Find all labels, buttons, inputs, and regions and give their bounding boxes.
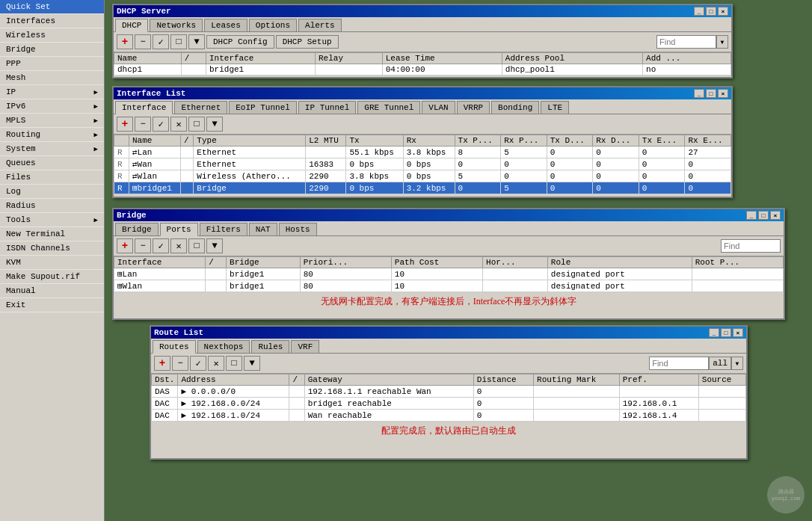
tab-nexthops[interactable]: Nexthops <box>197 340 250 353</box>
col-dst[interactable]: Dst. <box>152 374 178 386</box>
sidebar-item-log[interactable]: Log <box>0 185 104 199</box>
dhcp-find-dropdown[interactable]: ▼ <box>716 35 728 49</box>
dhcp-edit-button[interactable]: ✓ <box>153 34 169 49</box>
sidebar-item-manual[interactable]: Manual <box>0 284 104 298</box>
sidebar-item-quickset[interactable]: Quick Set <box>0 0 104 14</box>
tab-hosts[interactable]: Hosts <box>279 223 317 235</box>
col-rxp[interactable]: Rx P... <box>501 135 547 147</box>
col-role[interactable]: Role <box>547 257 692 268</box>
col-txp[interactable]: Tx P... <box>455 135 501 147</box>
minimize-button[interactable]: _ <box>709 328 719 337</box>
route-edit-button[interactable]: ✓ <box>190 356 206 371</box>
dhcp-filter-button[interactable]: ▼ <box>188 34 205 49</box>
col-pref[interactable]: Pref. <box>619 374 698 386</box>
tab-filters[interactable]: Filters <box>200 223 247 235</box>
col-add[interactable]: Add ... <box>643 53 731 64</box>
tab-alerts[interactable]: Alerts <box>298 19 342 31</box>
col-routing-mark[interactable]: Routing Mark <box>534 374 620 386</box>
sidebar-item-mesh[interactable]: Mesh <box>0 71 104 85</box>
sidebar-item-new-terminal[interactable]: New Terminal <box>0 227 104 241</box>
col-distance[interactable]: Distance <box>473 374 533 386</box>
close-button[interactable]: × <box>718 89 728 98</box>
col-tx[interactable]: Tx <box>346 135 403 147</box>
dhcp-titlebar[interactable]: DHCP Server _ □ × <box>114 5 731 17</box>
bridge-edit-button[interactable]: ✓ <box>153 238 169 253</box>
col-txd[interactable]: Tx D... <box>547 135 593 147</box>
col-rxe[interactable]: Rx E... <box>685 135 731 147</box>
sidebar-item-ppp[interactable]: PPP <box>0 57 104 71</box>
table-row[interactable]: ⊞Lan bridge1 80 10 designated port <box>114 268 784 280</box>
minimize-button[interactable]: _ <box>694 7 704 16</box>
sidebar-item-queues[interactable]: Queues <box>0 156 104 170</box>
route-remove-button[interactable]: − <box>172 356 188 371</box>
sidebar-item-bridge[interactable]: Bridge <box>0 43 104 57</box>
col-rx[interactable]: Rx <box>403 135 455 147</box>
tab-lte[interactable]: LTE <box>541 101 569 114</box>
interface-edit-button[interactable]: ✓ <box>153 117 169 132</box>
tab-interface[interactable]: Interface <box>115 101 173 114</box>
col-interface[interactable]: Interface <box>206 53 315 64</box>
maximize-button[interactable]: □ <box>706 89 716 98</box>
table-row[interactable]: R ⊞bridge1 Bridge 2290 0 bps 3.2 kbps 0 … <box>114 182 731 194</box>
dhcp-remove-button[interactable]: − <box>135 34 151 49</box>
col-address[interactable]: Address <box>178 374 289 386</box>
col-type[interactable]: Type <box>194 135 306 147</box>
tab-gre-tunnel[interactable]: GRE Tunnel <box>357 101 420 114</box>
table-row[interactable]: DAC ▶ 192.168.1.0/24 Wan reachable 0 192… <box>152 410 746 422</box>
tab-networks[interactable]: Networks <box>150 19 203 31</box>
close-button[interactable]: × <box>770 211 781 220</box>
sidebar-item-isdn-channels[interactable]: ISDN Channels <box>0 241 104 256</box>
sidebar-item-ipv6[interactable]: IPv6 ▶ <box>0 99 104 114</box>
interface-filter-button[interactable]: ▼ <box>206 117 223 132</box>
tab-options[interactable]: Options <box>249 19 297 31</box>
interface-remove-button[interactable]: − <box>135 117 151 132</box>
route-all-dropdown[interactable]: ▼ <box>731 357 743 370</box>
interface-titlebar[interactable]: Interface List _ □ × <box>114 87 731 99</box>
sidebar-item-wireless[interactable]: Wireless <box>0 28 104 43</box>
col-gateway[interactable]: Gateway <box>304 374 473 386</box>
table-row[interactable]: R ⇄Lan Ethernet 55.1 kbps 3.8 kbps 8 5 0… <box>114 147 731 158</box>
sidebar-item-files[interactable]: Files <box>0 170 104 185</box>
col-l2mtu[interactable]: L2 MTU <box>306 135 346 147</box>
sidebar-item-routing[interactable]: Routing ▶ <box>0 128 104 142</box>
tab-bridge[interactable]: Bridge <box>115 223 159 235</box>
route-add-button[interactable]: + <box>154 356 170 371</box>
col-path-cost[interactable]: Path Cost <box>391 257 482 268</box>
col-address-pool[interactable]: Address Pool <box>502 53 642 64</box>
sidebar-item-kvm[interactable]: KVM <box>0 256 104 270</box>
route-copy-button[interactable]: □ <box>226 356 242 371</box>
interface-copy-button[interactable]: □ <box>188 117 205 132</box>
maximize-button[interactable]: □ <box>721 328 731 337</box>
col-rxd[interactable]: Rx D... <box>593 135 639 147</box>
route-delete-button[interactable]: ✕ <box>208 356 224 371</box>
sidebar-item-exit[interactable]: Exit <box>0 298 104 312</box>
col-bridge[interactable]: Bridge <box>227 257 301 268</box>
sidebar-item-tools[interactable]: Tools ▶ <box>0 213 104 227</box>
sidebar-item-make-supout[interactable]: Make Supout.rif <box>0 270 104 284</box>
sidebar-item-ip[interactable]: IP ▶ <box>0 85 104 99</box>
tab-leases[interactable]: Leases <box>204 19 247 31</box>
tab-routes[interactable]: Routes <box>153 340 196 354</box>
bridge-add-button[interactable]: + <box>117 238 133 253</box>
route-titlebar[interactable]: Route List _ □ × <box>151 327 746 339</box>
close-button[interactable]: × <box>718 7 728 16</box>
minimize-button[interactable]: _ <box>746 211 757 220</box>
dhcp-find-input[interactable] <box>656 35 716 49</box>
col-root-p[interactable]: Root P... <box>692 257 783 268</box>
dhcp-copy-button[interactable]: □ <box>170 34 187 49</box>
sidebar-item-interfaces[interactable]: Interfaces <box>0 14 104 28</box>
tab-vrrp[interactable]: VRRP <box>457 101 490 114</box>
minimize-button[interactable]: _ <box>694 89 704 98</box>
tab-rules[interactable]: Rules <box>251 340 289 353</box>
tab-ethernet[interactable]: Ethernet <box>174 101 227 114</box>
table-row[interactable]: R ⇄Wan Ethernet 16383 0 bps 0 bps 0 0 0 … <box>114 158 731 170</box>
bridge-copy-button[interactable]: □ <box>188 238 205 253</box>
maximize-button[interactable]: □ <box>706 7 716 16</box>
col-lease-time[interactable]: Lease Time <box>382 53 502 64</box>
col-interface[interactable]: Interface <box>114 257 206 268</box>
interface-add-button[interactable]: + <box>117 117 133 132</box>
tab-dhcp[interactable]: DHCP <box>115 19 148 32</box>
table-row[interactable]: DAC ▶ 192.168.0.0/24 bridge1 reachable 0… <box>152 398 746 410</box>
col-name[interactable]: Name <box>129 135 181 147</box>
col-name[interactable]: Name <box>114 53 182 64</box>
